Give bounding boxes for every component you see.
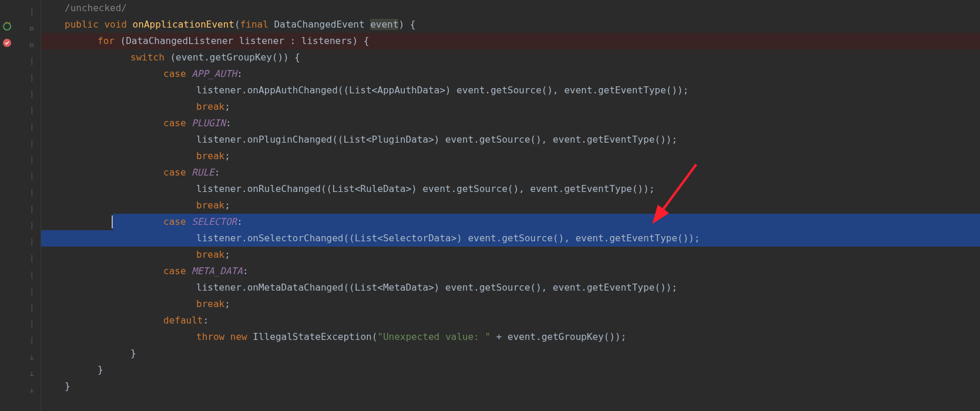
text-token xyxy=(99,19,105,30)
code-line[interactable]: listener.onMetaDataChanged((List<MetaDat… xyxy=(41,279,980,296)
text-token xyxy=(224,331,230,342)
fold-marker[interactable]: │ xyxy=(28,53,36,70)
code-content: throw new IllegalStateException("Unexpec… xyxy=(41,331,626,342)
code-line[interactable]: for (DataChangedListener listener : list… xyxy=(41,33,980,49)
code-content: } xyxy=(41,348,136,359)
text-token: } xyxy=(98,364,103,375)
code-line[interactable]: switch (event.getGroupKey()) { xyxy=(41,49,980,66)
fold-marker[interactable]: ⊟ xyxy=(28,37,36,53)
fold-marker[interactable]: │ xyxy=(28,284,36,300)
code-content: listener.onSelectorChanged((List<Selecto… xyxy=(41,233,700,244)
code-content: case RULE: xyxy=(41,167,220,178)
keyword-token: void xyxy=(104,19,127,30)
text-token: : xyxy=(237,68,243,79)
keyword-token: case xyxy=(163,117,186,129)
breakpoint-icon[interactable] xyxy=(2,36,12,46)
text-token: ; xyxy=(224,200,230,211)
code-content: public void onApplicationEvent(final Dat… xyxy=(41,19,415,30)
code-line[interactable]: listener.onAppAuthChanged((List<AppAuthD… xyxy=(41,82,980,99)
code-line[interactable]: /unchecked/ xyxy=(41,0,980,16)
code-line[interactable]: throw new IllegalStateException("Unexpec… xyxy=(41,329,980,345)
code-area[interactable]: /unchecked/public void onApplicationEven… xyxy=(41,0,980,411)
keyword-token: switch xyxy=(130,52,165,63)
fold-marker[interactable]: ⊥ xyxy=(28,366,36,382)
code-line[interactable]: case PLUGIN: xyxy=(41,115,980,132)
comment-token: /unchecked/ xyxy=(65,2,127,14)
code-line[interactable]: break; xyxy=(41,148,980,164)
selection-highlight xyxy=(113,214,980,230)
fold-marker[interactable]: │ xyxy=(28,316,36,333)
fold-marker[interactable]: │ xyxy=(28,251,36,267)
param-highlight: event xyxy=(370,19,398,30)
text-token: listener.onPluginChanged((List<PluginDat… xyxy=(196,134,677,145)
code-content: break; xyxy=(41,101,230,112)
fold-marker[interactable]: │ xyxy=(28,86,36,103)
code-line[interactable]: case APP_AUTH: xyxy=(41,66,980,82)
text-token xyxy=(127,19,133,30)
code-content: switch (event.getGroupKey()) { xyxy=(41,52,300,63)
code-line[interactable]: break; xyxy=(41,296,980,312)
code-line[interactable]: listener.onPluginChanged((List<PluginDat… xyxy=(41,132,980,148)
fold-marker[interactable]: │ xyxy=(28,4,36,21)
text-token: ; xyxy=(224,150,230,161)
code-line[interactable]: listener.onRuleChanged((List<RuleData>) … xyxy=(41,181,980,197)
code-editor[interactable]: │⊟⊟││││││││││││││││││⊥⊥⊥ /unchecked/publ… xyxy=(0,0,980,411)
constant-token: META_DATA xyxy=(192,265,243,277)
fold-marker[interactable]: │ xyxy=(28,300,36,316)
keyword-token: public xyxy=(65,19,99,30)
keyword-token: case xyxy=(163,167,186,178)
text-token: IllegalStateException( xyxy=(247,331,378,342)
text-token xyxy=(186,117,192,129)
code-line[interactable]: case META_DATA: xyxy=(41,263,980,279)
fold-marker[interactable]: ⊥ xyxy=(28,349,36,366)
fold-marker[interactable]: │ xyxy=(28,70,36,86)
fold-marker[interactable]: │ xyxy=(28,136,36,152)
text-token: listener.onAppAuthChanged((List<AppAuthD… xyxy=(196,85,689,96)
code-line[interactable]: break; xyxy=(41,99,980,115)
fold-marker[interactable]: │ xyxy=(28,169,36,185)
code-line[interactable]: default: xyxy=(41,312,980,329)
text-token: } xyxy=(130,348,136,359)
code-line[interactable]: listener.onSelectorChanged((List<Selecto… xyxy=(41,230,980,247)
fold-marker[interactable]: ⊥ xyxy=(28,382,36,399)
fold-marker[interactable]: ⊟ xyxy=(28,21,36,37)
code-line[interactable]: case SELECTOR: xyxy=(41,214,980,230)
run-marker[interactable] xyxy=(2,20,12,29)
code-content: } xyxy=(41,364,103,375)
fold-marker[interactable]: │ xyxy=(28,333,36,349)
code-line[interactable]: break; xyxy=(41,247,980,263)
code-line[interactable]: break; xyxy=(41,197,980,214)
code-content: case META_DATA: xyxy=(41,265,249,277)
text-token: ; xyxy=(224,298,230,309)
fold-marker[interactable]: │ xyxy=(28,267,36,284)
text-token: : xyxy=(226,117,231,129)
keyword-token: case xyxy=(163,265,186,277)
text-token: : xyxy=(237,216,243,227)
code-content: default: xyxy=(41,315,209,326)
fold-marker[interactable]: │ xyxy=(28,119,36,136)
text-token: listener.onSelectorChanged((List<Selecto… xyxy=(196,233,700,244)
code-line[interactable]: } xyxy=(41,345,980,362)
fold-marker[interactable]: │ xyxy=(28,201,36,218)
code-content: } xyxy=(41,380,71,392)
code-line[interactable]: } xyxy=(41,362,980,378)
fold-marker[interactable]: │ xyxy=(28,185,36,201)
svg-point-0 xyxy=(4,23,11,30)
fold-marker[interactable]: │ xyxy=(28,152,36,169)
text-token: ) { xyxy=(398,19,415,30)
text-token: ( xyxy=(234,19,240,30)
code-content: case APP_AUTH: xyxy=(41,68,243,79)
keyword-token: final xyxy=(240,19,269,30)
keyword-token: default xyxy=(163,315,203,326)
fold-marker[interactable]: │ xyxy=(28,103,36,119)
text-token: } xyxy=(65,380,71,392)
keyword-token: new xyxy=(230,331,247,342)
code-line[interactable]: case RULE: xyxy=(41,164,980,181)
method-token: onApplicationEvent xyxy=(133,19,234,30)
code-content: for (DataChangedListener listener : list… xyxy=(41,35,369,46)
code-line[interactable]: public void onApplicationEvent(final Dat… xyxy=(41,16,980,33)
code-content: case SELECTOR: xyxy=(41,216,243,227)
fold-marker[interactable]: │ xyxy=(28,218,36,234)
fold-marker[interactable]: │ xyxy=(28,234,36,251)
code-line[interactable]: } xyxy=(41,378,980,395)
